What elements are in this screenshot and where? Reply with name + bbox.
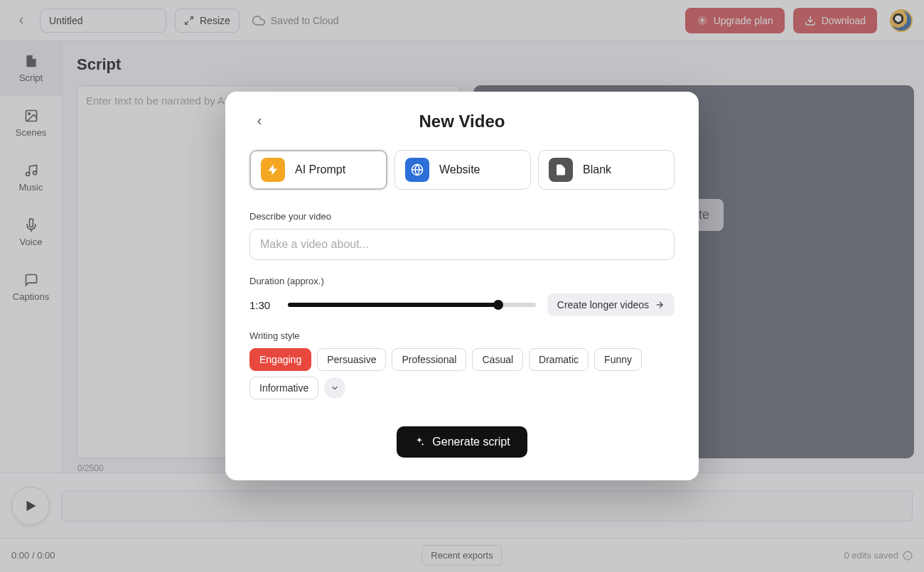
- style-chip-casual[interactable]: Casual: [472, 348, 523, 371]
- prompt-input[interactable]: [249, 229, 675, 260]
- modal-back-button[interactable]: [249, 112, 269, 131]
- chevron-down-icon: [330, 383, 340, 393]
- option-ai-prompt[interactable]: AI Prompt: [249, 150, 387, 190]
- chevron-left-icon: [254, 116, 265, 127]
- generate-script-button[interactable]: Generate script: [397, 426, 527, 458]
- sparkle-icon: [414, 436, 425, 448]
- option-blank[interactable]: Blank: [538, 150, 675, 190]
- modal-overlay: New Video AI Prompt Website Blank: [0, 0, 924, 572]
- option-label: AI Prompt: [295, 163, 345, 176]
- duration-label: Duration (approx.): [249, 276, 675, 286]
- style-chip-persuasive[interactable]: Persuasive: [317, 348, 386, 371]
- arrow-right-icon: [655, 300, 665, 310]
- option-website[interactable]: Website: [394, 150, 531, 190]
- generate-script-label: Generate script: [432, 436, 510, 448]
- create-longer-button[interactable]: Create longer videos: [547, 293, 675, 316]
- option-label: Website: [439, 163, 480, 176]
- style-label: Writing style: [249, 330, 675, 341]
- globe-icon: [405, 158, 429, 182]
- bolt-icon: [261, 158, 285, 182]
- duration-value: 1:30: [249, 299, 276, 311]
- modal-title: New Video: [419, 112, 505, 131]
- option-label: Blank: [583, 163, 611, 176]
- style-chip-dramatic[interactable]: Dramatic: [529, 348, 589, 371]
- style-chip-engaging[interactable]: Engaging: [249, 348, 311, 371]
- duration-slider[interactable]: [288, 303, 536, 307]
- style-more-button[interactable]: [324, 377, 345, 399]
- new-video-modal: New Video AI Prompt Website Blank: [225, 92, 699, 480]
- slider-thumb[interactable]: [493, 300, 503, 310]
- describe-label: Describe your video: [249, 211, 675, 222]
- style-chip-informative[interactable]: Informative: [249, 377, 318, 399]
- style-chip-funny[interactable]: Funny: [594, 348, 642, 371]
- longer-label: Create longer videos: [557, 299, 649, 311]
- style-chip-professional[interactable]: Professional: [392, 348, 466, 371]
- file-icon: [549, 158, 573, 182]
